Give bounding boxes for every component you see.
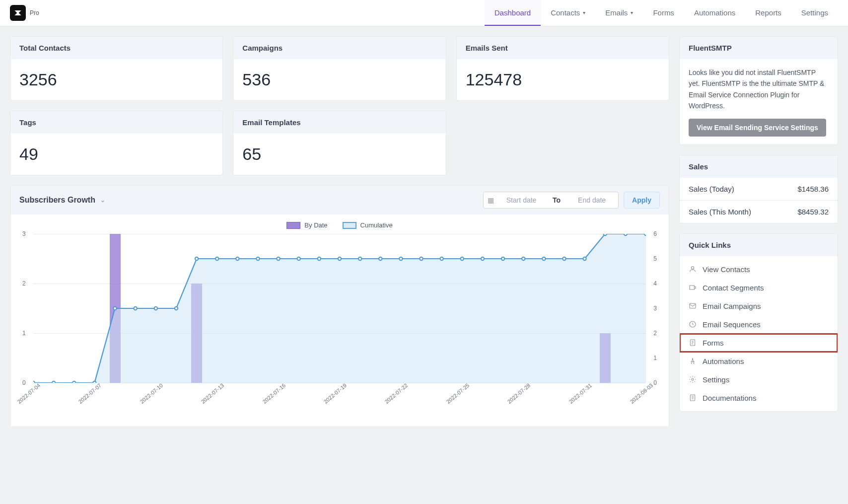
panel-quick-links: Quick Links View ContactsContact Segment… — [679, 233, 838, 412]
chart-plot-area: 01230123456 — [33, 234, 646, 383]
panel-fluentsmtp: FluentSMTP Looks like you did not instal… — [679, 36, 838, 145]
pro-badge: Pro — [30, 9, 39, 16]
legend-cumulative[interactable]: Cumulative — [343, 221, 393, 229]
stat-value: 536 — [242, 70, 436, 89]
legend-by-date[interactable]: By Date — [286, 221, 327, 229]
sales-value: $1458.36 — [797, 185, 829, 193]
nav-settings[interactable]: Settings — [791, 0, 838, 26]
chevron-down-icon: ▾ — [583, 10, 585, 15]
svg-point-21 — [461, 257, 464, 260]
quick-link-view-contacts[interactable]: View Contacts — [680, 260, 838, 279]
ql-icon — [689, 339, 697, 347]
card-email-templates[interactable]: Email Templates 65 — [233, 111, 446, 175]
svg-point-14 — [318, 257, 321, 260]
quick-link-automations[interactable]: Automations — [680, 352, 838, 370]
ql-label: Email Campaigns — [703, 302, 761, 310]
ql-icon — [689, 394, 697, 402]
svg-point-17 — [379, 257, 382, 260]
y-right-tick: 6 — [653, 230, 657, 237]
svg-point-4 — [113, 307, 116, 310]
nav-automations[interactable]: Automations — [684, 0, 745, 26]
x-tick: 2022-07-07 — [77, 382, 103, 405]
svg-point-28 — [604, 234, 607, 235]
ql-label: Settings — [703, 375, 729, 384]
svg-point-13 — [297, 257, 300, 260]
svg-point-25 — [542, 257, 545, 260]
x-tick: 2022-07-22 — [384, 382, 409, 405]
card-total-contacts[interactable]: Total Contacts 3256 — [10, 36, 223, 101]
card-emails-sent[interactable]: Emails Sent 125478 — [456, 36, 669, 101]
card-header: Email Templates — [233, 111, 445, 134]
y-left-tick: 3 — [22, 230, 26, 237]
quick-link-forms[interactable]: Forms — [680, 334, 838, 352]
end-date-placeholder: End date — [569, 196, 614, 204]
ql-icon — [689, 302, 697, 310]
ql-label: Email Sequences — [703, 320, 761, 329]
x-tick: 2022-07-25 — [445, 382, 470, 405]
apply-button[interactable]: Apply — [624, 192, 660, 209]
date-separator: To — [553, 196, 561, 204]
svg-point-15 — [338, 257, 341, 260]
quick-link-email-campaigns[interactable]: Email Campaigns — [680, 297, 838, 315]
nav-label: Contacts — [551, 8, 580, 17]
chevron-down-icon: ▾ — [631, 10, 633, 15]
nav-emails[interactable]: Emails▾ — [595, 0, 643, 26]
quick-links-list: View ContactsContact SegmentsEmail Campa… — [680, 256, 838, 411]
nav-contacts[interactable]: Contacts▾ — [541, 0, 595, 26]
card-tags[interactable]: Tags 49 — [10, 111, 223, 175]
x-tick: 2022-07-19 — [323, 382, 348, 405]
chart-title-dropdown[interactable]: Subscribers Growth ⌄ — [19, 196, 105, 205]
y-left-tick: 2 — [22, 280, 26, 287]
chart-legend: By Date Cumulative — [19, 221, 660, 229]
nav-reports[interactable]: Reports — [745, 0, 791, 26]
y-right-tick: 4 — [653, 280, 657, 287]
chart-subscribers-growth: Subscribers Growth ⌄ ▦ Start date To End… — [10, 185, 669, 427]
nav-label: Settings — [801, 8, 828, 17]
view-smtp-settings-button[interactable]: View Email Sending Service Settings — [689, 119, 826, 137]
nav-label: Emails — [605, 8, 628, 17]
ql-icon — [689, 320, 697, 328]
chevron-down-icon: ⌄ — [100, 197, 105, 204]
legend-label: Cumulative — [360, 221, 393, 229]
calendar-icon: ▦ — [488, 196, 494, 204]
date-range-picker[interactable]: ▦ Start date To End date — [483, 192, 619, 209]
quick-link-contact-segments[interactable]: Contact Segments — [680, 279, 838, 297]
fluentsmtp-text: Looks like you did not install FluentSMT… — [689, 67, 829, 112]
swatch-line-icon — [343, 222, 356, 229]
ql-label: Documentations — [703, 394, 756, 402]
quick-link-documentations[interactable]: Documentations — [680, 389, 838, 407]
y-right-tick: 2 — [653, 330, 657, 337]
quick-link-email-sequences[interactable]: Email Sequences — [680, 315, 838, 334]
svg-point-18 — [399, 257, 402, 260]
swatch-bar-icon — [286, 222, 300, 229]
ql-icon — [689, 375, 697, 383]
svg-point-27 — [583, 257, 586, 260]
stat-value: 125478 — [466, 70, 660, 89]
svg-point-26 — [563, 257, 565, 260]
legend-label: By Date — [304, 221, 327, 229]
topbar: Pro Dashboard Contacts▾ Emails▾ Forms Au… — [0, 0, 848, 26]
card-header: Tags — [10, 111, 222, 134]
svg-point-5 — [134, 307, 137, 310]
y-right-tick: 1 — [653, 355, 657, 361]
svg-point-1 — [52, 381, 55, 383]
x-tick: 2022-07-13 — [200, 382, 225, 405]
ql-label: Contact Segments — [703, 284, 764, 292]
nav-dashboard[interactable]: Dashboard — [485, 0, 541, 26]
svg-point-3 — [93, 381, 96, 383]
nav-forms[interactable]: Forms — [643, 0, 684, 26]
svg-point-19 — [420, 257, 423, 260]
svg-point-35 — [692, 378, 694, 380]
card-campaigns[interactable]: Campaigns 536 — [233, 36, 446, 101]
stat-value: 3256 — [19, 70, 213, 89]
svg-rect-32 — [690, 303, 696, 308]
card-header: Campaigns — [233, 37, 445, 59]
svg-point-29 — [624, 234, 627, 235]
chart-x-axis: 2022-07-042022-07-072022-07-102022-07-13… — [33, 386, 646, 416]
y-left-tick: 0 — [22, 379, 26, 386]
quick-link-settings[interactable]: Settings — [680, 370, 838, 389]
nav-label: Reports — [755, 8, 781, 17]
nav-label: Automations — [694, 8, 735, 17]
panel-sales: Sales Sales (Today) $1458.36 Sales (This… — [679, 155, 838, 223]
svg-point-0 — [33, 381, 35, 383]
